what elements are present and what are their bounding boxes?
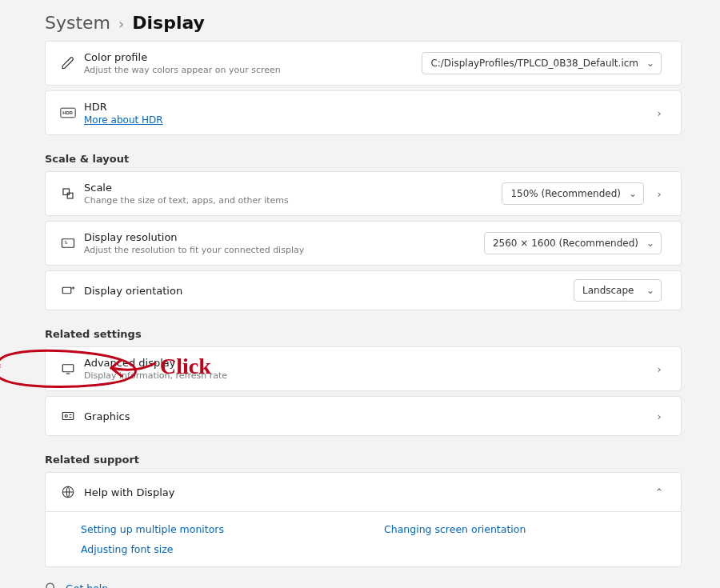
- row-scale[interactable]: Scale Change the size of text, apps, and…: [45, 171, 682, 216]
- section-scale-layout: Scale & layout: [45, 153, 682, 165]
- chevron-down-icon: ⌄: [646, 58, 654, 69]
- row-color-profile[interactable]: Color profile Adjust the way colors appe…: [45, 41, 682, 86]
- svg-rect-3: [67, 193, 73, 198]
- color-profile-select[interactable]: C:/DisplayProfiles/TPLCD_0B38_Default.ic…: [422, 52, 662, 74]
- chevron-right-icon: ›: [650, 107, 668, 119]
- row-title: Display resolution: [84, 231, 484, 243]
- get-help-link[interactable]: Get help: [45, 582, 682, 588]
- pen-icon: [57, 56, 79, 70]
- link-multiple-monitors[interactable]: Setting up multiple monitors: [81, 523, 224, 535]
- row-subtitle: Adjust the way colors appear on your scr…: [84, 65, 422, 75]
- row-subtitle: Change the size of text, apps, and other…: [84, 195, 502, 206]
- graphics-icon: [57, 409, 79, 423]
- select-value: 150% (Recommended): [510, 188, 621, 199]
- row-hdr[interactable]: HDR HDR More about HDR ›: [45, 90, 682, 135]
- chevron-up-icon: ⌃: [650, 486, 668, 498]
- globe-help-icon: [57, 485, 79, 499]
- svg-rect-2: [63, 189, 70, 195]
- chevron-right-icon: ›: [118, 15, 124, 32]
- section-related-support: Related support: [45, 454, 682, 466]
- chevron-right-icon: ›: [650, 410, 668, 422]
- monitor-icon: [57, 362, 79, 376]
- row-subtitle: Display information, refresh rate: [84, 370, 650, 381]
- breadcrumb-parent[interactable]: System: [45, 13, 110, 33]
- chevron-down-icon: ⌄: [646, 238, 654, 249]
- help-icon: [45, 582, 58, 588]
- resolution-icon: [57, 236, 79, 250]
- select-value: Landscape: [582, 285, 634, 296]
- svg-point-10: [46, 583, 54, 588]
- row-title: Graphics: [84, 410, 650, 422]
- row-title: Display orientation: [84, 285, 574, 297]
- page-title: Display: [132, 13, 205, 33]
- row-graphics[interactable]: Graphics ›: [45, 396, 682, 436]
- row-help-with-display[interactable]: Help with Display ⌃: [45, 472, 682, 512]
- help-links-panel: Setting up multiple monitors Adjusting f…: [45, 512, 682, 567]
- section-related-settings: Related settings: [45, 328, 682, 340]
- row-title: Scale: [84, 182, 502, 194]
- chevron-down-icon: ⌄: [646, 285, 654, 296]
- link-adjust-font-size[interactable]: Adjusting font size: [81, 543, 224, 555]
- chevron-down-icon: ⌄: [629, 188, 637, 199]
- resolution-select[interactable]: 2560 × 1600 (Recommended) ⌄: [484, 232, 662, 254]
- svg-point-8: [65, 415, 67, 418]
- link-screen-orientation[interactable]: Changing screen orientation: [384, 523, 526, 535]
- svg-rect-4: [62, 239, 74, 248]
- row-title: HDR: [84, 101, 650, 113]
- svg-rect-6: [62, 365, 74, 372]
- row-title: Color profile: [84, 51, 422, 63]
- row-title: Advanced display: [84, 357, 650, 369]
- chevron-right-icon: ›: [650, 363, 668, 375]
- orientation-icon: [57, 283, 79, 298]
- select-value: 2560 × 1600 (Recommended): [493, 238, 638, 249]
- svg-text:HDR: HDR: [62, 111, 73, 116]
- row-subtitle: Adjust the resolution to fit your connec…: [84, 245, 484, 255]
- hdr-more-link[interactable]: More about HDR: [84, 114, 650, 126]
- scale-select[interactable]: 150% (Recommended) ⌄: [502, 182, 644, 205]
- row-title: Help with Display: [84, 486, 650, 498]
- row-resolution[interactable]: Display resolution Adjust the resolution…: [45, 221, 682, 266]
- footer-label: Get help: [66, 582, 108, 589]
- svg-rect-5: [62, 287, 71, 294]
- chevron-right-icon: ›: [650, 188, 668, 200]
- select-value: C:/DisplayProfiles/TPLCD_0B38_Default.ic…: [430, 58, 638, 69]
- orientation-select[interactable]: Landscape ⌄: [574, 279, 662, 302]
- hdr-icon: HDR: [57, 107, 79, 118]
- svg-rect-7: [62, 413, 74, 420]
- row-orientation[interactable]: Display orientation Landscape ⌄: [45, 270, 682, 310]
- scale-icon: [57, 186, 79, 201]
- breadcrumb: System › Display: [45, 13, 682, 33]
- row-advanced-display[interactable]: Advanced display Display information, re…: [45, 346, 682, 391]
